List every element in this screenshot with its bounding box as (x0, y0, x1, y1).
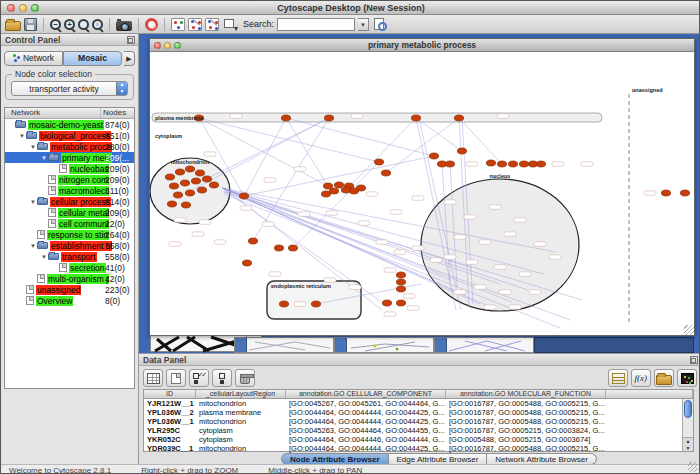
open-folder-icon[interactable] (5, 21, 21, 31)
graph-node[interactable] (508, 161, 517, 167)
graph-node[interactable] (281, 115, 290, 121)
graph-node[interactable] (411, 115, 420, 121)
snapshot-icon[interactable] (116, 21, 132, 31)
graph-node[interactable] (239, 193, 248, 199)
tree-row-cellular-process[interactable]: ▼cellular process614(0) (5, 196, 134, 207)
tree-row-nitrogen-compo[interactable]: nitrogen compo209(0) (5, 174, 134, 185)
graph-node[interactable] (175, 169, 184, 175)
tree-row-biological-process[interactable]: ▼biological_process651(0) (5, 130, 134, 141)
tab-network[interactable]: Network (4, 51, 63, 66)
graph-node[interactable] (519, 161, 528, 167)
tree-expand-arrow[interactable]: ▼ (29, 199, 37, 205)
graph-node[interactable] (288, 245, 297, 251)
graph-node[interactable] (445, 161, 454, 167)
background-window[interactable] (234, 337, 334, 353)
table-row[interactable]: YPL036W__2plasma membrane[GO:0044464, GO… (144, 408, 693, 417)
network-view-window[interactable]: primary metabolic process plasma membran… (149, 38, 695, 336)
select-columns-button[interactable] (189, 369, 209, 387)
matrix-button[interactable] (677, 369, 697, 387)
graph-node[interactable] (429, 153, 438, 159)
window-resize-grip[interactable] (684, 325, 694, 335)
tree-row-primary-metabo[interactable]: ▼primary metabo209(... (5, 152, 134, 163)
table-scrollbar[interactable]: ▲▼ (682, 399, 693, 451)
scrollbar-thumb[interactable] (684, 400, 692, 418)
tree-row-response-to-stimul[interactable]: response to stimul264(0) (5, 229, 134, 240)
tree-row-overview[interactable]: Overview8(0) (5, 295, 134, 306)
graph-node[interactable] (197, 187, 206, 193)
graph-node[interactable] (195, 170, 204, 176)
zoom-fit-icon[interactable]: ▫ (92, 19, 103, 30)
network-graph[interactable]: plasma membranecytoplasmmitochondrionnuc… (150, 52, 694, 335)
graph-node[interactable] (321, 191, 330, 197)
zoom-out-icon[interactable]: − (50, 19, 61, 30)
create-view-icon[interactable] (188, 18, 202, 31)
tree-row-nucleobase-[interactable]: nucleobase-209(0) (5, 163, 134, 174)
graph-node[interactable] (165, 174, 174, 180)
table-row[interactable]: YDR039C__1mitochondrion[GO:0044464, GO:0… (144, 444, 693, 453)
tree-expand-arrow[interactable]: ▼ (18, 133, 26, 139)
tree-expand-arrow[interactable]: ▼ (40, 155, 48, 161)
graph-node[interactable] (396, 300, 405, 306)
background-window[interactable] (534, 337, 694, 353)
float-panel-icon[interactable] (690, 356, 698, 364)
row-height-button[interactable] (212, 369, 232, 387)
graph-node[interactable] (167, 201, 176, 207)
graph-node[interactable] (661, 190, 670, 196)
tree-expand-arrow[interactable]: ▼ (40, 254, 48, 260)
graph-node[interactable] (486, 160, 495, 166)
network-window-title-bar[interactable]: primary metabolic process (150, 39, 694, 52)
scrollbar-arrows[interactable]: ▲▼ (683, 437, 693, 451)
graph-node[interactable] (185, 166, 194, 172)
table-button[interactable] (143, 369, 163, 387)
graph-node[interactable] (209, 182, 218, 188)
graph-node[interactable] (536, 161, 545, 167)
tree-expand-arrow[interactable]: ▼ (29, 243, 37, 249)
function-button[interactable]: f(x) (631, 369, 651, 387)
graph-node[interactable] (181, 202, 190, 208)
graph-node[interactable] (457, 148, 466, 154)
background-window[interactable] (334, 337, 434, 353)
graph-node[interactable] (180, 180, 189, 186)
tree-row-transport[interactable]: ▼transport558(0) (5, 251, 134, 262)
save-icon[interactable] (24, 18, 37, 31)
tree-row-metabolic-process[interactable]: ▼metabolic process280(0) (5, 141, 134, 152)
graph-node[interactable] (324, 115, 333, 121)
new-doc-button[interactable] (166, 369, 186, 387)
notes-button[interactable] (608, 369, 628, 387)
help-ring-icon[interactable] (145, 18, 158, 31)
table-row[interactable]: YKR052Ccytoplasm[GO:0044464, GO:0044446,… (144, 435, 693, 444)
zoom-in-icon[interactable]: + (64, 19, 75, 30)
table-row[interactable]: YPL036W__1mitochondrion[GO:0044464, GO:0… (144, 417, 693, 426)
graph-node[interactable] (396, 272, 405, 278)
network-canvas[interactable]: plasma membranecytoplasmmitochondrionnuc… (150, 52, 694, 335)
tab-mosaic[interactable]: Mosaic (63, 51, 122, 66)
graph-node[interactable] (396, 286, 405, 292)
tree-row-secretion[interactable]: secretion41(0) (5, 262, 134, 273)
filter-icon[interactable] (222, 17, 238, 31)
tree-row-mosaic-demo-yeast[interactable]: mosaic-demo-yeast874(0) (5, 119, 134, 130)
import-button[interactable] (654, 369, 674, 387)
graph-node[interactable] (349, 188, 358, 194)
graph-node[interactable] (169, 183, 178, 189)
graph-node[interactable] (173, 192, 182, 198)
column-header-2[interactable]: annotation.GO CELLULAR_COMPONENT (286, 390, 446, 398)
graph-node[interactable] (248, 238, 257, 244)
graph-node[interactable] (680, 190, 689, 196)
column-header-1[interactable]: _cellularLayoutRegion (196, 390, 286, 398)
tree-expand-arrow[interactable]: ▼ (29, 144, 37, 150)
tree-row-cell-communicat[interactable]: cell communicat22(0) (5, 218, 134, 229)
tree-row-cellular-metabol[interactable]: cellular metabol209(0) (5, 207, 134, 218)
graph-node[interactable] (374, 159, 383, 165)
graph-node[interactable] (311, 301, 320, 307)
graph-node[interactable] (202, 176, 211, 182)
tree-column-nodes[interactable]: Nodes (101, 108, 134, 118)
tree-row-unassigned[interactable]: unassigned223(0) (5, 284, 134, 295)
delete-button[interactable] (235, 369, 255, 387)
graph-node[interactable] (274, 245, 283, 251)
zoom-selected-icon[interactable] (78, 19, 89, 30)
graph-node[interactable] (382, 300, 391, 306)
table-row[interactable]: YJR121W__1mitochondrion[GO:0045267, GO:0… (144, 399, 693, 408)
table-row[interactable]: YLR295Ccytoplasm[GO:0045263, GO:0044464,… (144, 426, 693, 435)
tree-row-establishment-of-lo[interactable]: ▼establishment of lo558(0) (5, 240, 134, 251)
graph-node[interactable] (396, 279, 405, 285)
